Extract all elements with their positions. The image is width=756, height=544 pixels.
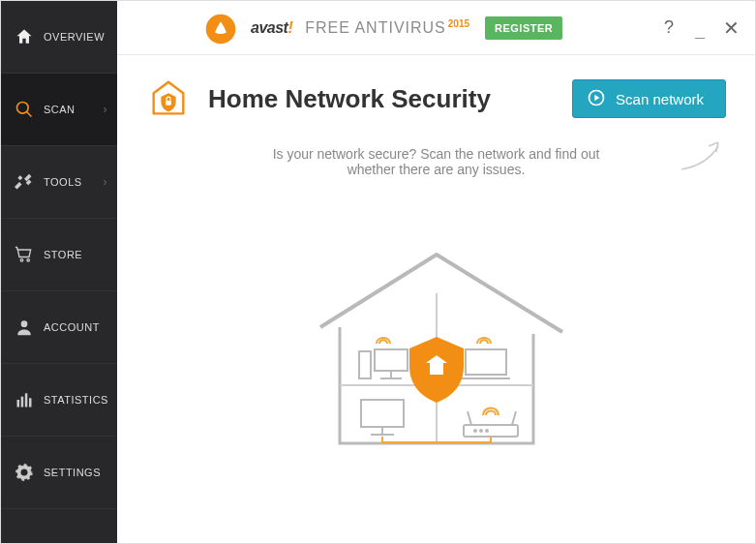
sidebar-item-statistics[interactable]: STATISTICS: [1, 364, 117, 437]
home-icon: [15, 27, 34, 46]
svg-rect-15: [359, 351, 371, 378]
sidebar-item-label: STORE: [44, 249, 107, 260]
search-icon: [15, 100, 34, 119]
svg-rect-19: [466, 349, 506, 375]
help-icon[interactable]: ?: [660, 17, 678, 38]
sidebar-item-label: ACCOUNT: [44, 321, 107, 333]
sidebar: OVERVIEW SCAN › TOOLS › STORE: [1, 1, 117, 543]
chevron-right-icon: ›: [104, 103, 108, 116]
gear-icon: [15, 463, 34, 482]
play-circle-icon: [587, 88, 606, 110]
svg-point-27: [480, 430, 482, 432]
main-area: avast! FREE ANTIVIRUS2015 REGISTER ? _ ✕…: [117, 1, 755, 543]
tools-icon: [15, 172, 34, 192]
svg-rect-23: [464, 425, 518, 437]
svg-point-0: [17, 103, 29, 114]
sidebar-item-label: SCAN: [44, 104, 104, 115]
avast-logo-icon: [204, 13, 237, 45]
svg-rect-7: [25, 393, 28, 407]
brand-text: avast! FREE ANTIVIRUS2015: [251, 18, 469, 37]
brand-name: avast: [251, 19, 287, 36]
sidebar-item-label: SETTINGS: [44, 467, 107, 478]
svg-rect-20: [361, 400, 404, 427]
sidebar-item-scan[interactable]: SCAN ›: [1, 74, 117, 146]
page-title: Home Network Security: [208, 84, 555, 114]
network-illustration: [117, 177, 755, 543]
brand-exclaim: !: [287, 19, 292, 36]
svg-point-26: [474, 430, 476, 432]
bars-icon: [15, 390, 34, 409]
svg-line-25: [512, 411, 516, 425]
sidebar-item-label: TOOLS: [44, 176, 104, 188]
scan-network-button[interactable]: Scan network: [572, 79, 726, 118]
sidebar-item-account[interactable]: ACCOUNT: [1, 291, 117, 364]
svg-line-24: [468, 411, 471, 425]
sidebar-item-store[interactable]: STORE: [1, 219, 117, 291]
prompt-line-1: Is your network secure? Scan the network…: [273, 146, 600, 162]
topbar: avast! FREE ANTIVIRUS2015 REGISTER ? _ ✕: [117, 1, 755, 55]
prompt-line-2: whether there are any issues.: [348, 162, 526, 177]
app-window: OVERVIEW SCAN › TOOLS › STORE: [0, 0, 756, 544]
cart-icon: [15, 245, 34, 264]
minimize-icon[interactable]: _: [691, 21, 709, 42]
product-year: 2015: [448, 18, 469, 29]
prompt-text: Is your network secure? Scan the network…: [117, 138, 755, 177]
sidebar-item-overview[interactable]: OVERVIEW: [1, 1, 117, 74]
svg-point-3: [27, 259, 30, 262]
svg-rect-16: [375, 349, 408, 371]
svg-rect-5: [17, 400, 20, 408]
svg-rect-11: [166, 101, 171, 106]
sidebar-item-settings[interactable]: SETTINGS: [1, 437, 117, 509]
home-shield-icon: [146, 76, 191, 121]
svg-point-29: [434, 376, 438, 380]
sidebar-item-label: OVERVIEW: [44, 31, 107, 43]
svg-point-4: [21, 320, 28, 327]
arrow-hint-icon: [678, 136, 726, 178]
register-button[interactable]: REGISTER: [485, 16, 562, 40]
sidebar-item-label: STATISTICS: [44, 394, 108, 406]
svg-rect-8: [29, 398, 32, 407]
close-icon[interactable]: ✕: [722, 16, 740, 40]
chevron-right-icon: ›: [104, 175, 108, 189]
scan-button-label: Scan network: [616, 91, 704, 107]
svg-point-28: [486, 430, 488, 432]
svg-line-1: [27, 112, 32, 117]
person-icon: [15, 317, 34, 337]
svg-rect-6: [21, 397, 24, 408]
svg-point-2: [20, 259, 23, 262]
sidebar-item-tools[interactable]: TOOLS ›: [1, 146, 117, 219]
window-controls: ? _ ✕: [660, 16, 740, 40]
page-header: Home Network Security Scan network: [117, 55, 755, 138]
product-name: FREE ANTIVIRUS: [305, 19, 446, 36]
svg-point-9: [22, 470, 27, 475]
